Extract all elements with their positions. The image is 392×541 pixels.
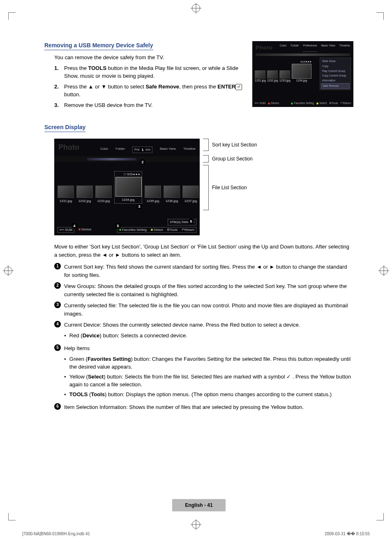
sub-bullet: Yellow (Select) button: Selects file fro… xyxy=(64,373,353,389)
circle-num-icon: 2 xyxy=(54,282,61,289)
step-3: 3. Remove the USB device from the TV. xyxy=(54,101,247,109)
section-heading-screen-display: Screen Display xyxy=(44,123,85,132)
label-group-list: Group List Section xyxy=(203,155,257,163)
circle-num-icon: 6 xyxy=(54,403,61,410)
tv-tab: Basic View xyxy=(321,44,335,52)
explain-item-6: 6Item Selection Information: Shows the n… xyxy=(54,403,353,411)
tv2-thumb: 1233.jpg xyxy=(95,186,112,204)
enter-icon: ⏎ xyxy=(235,84,242,91)
tv-screenshot-diagram: Photo Color Folder Preference Basic View… xyxy=(54,139,200,235)
tv-tab-selected: Preference xyxy=(303,44,317,52)
tv2-thumb: 1235.jpg xyxy=(145,186,161,204)
tv-thumb: 1231.jpg xyxy=(255,70,265,83)
circle-num-icon: 5 xyxy=(54,344,61,351)
explain-item-5: 5Help ItemsGreen (Favorites Setting) but… xyxy=(54,344,353,400)
explain-item-2: 2View Groups: Shows the detailed groups … xyxy=(54,282,353,298)
tv2-thumb: 1237.jpg xyxy=(182,186,199,204)
step-2: 2. Press the ▲ or ▼ button to select Saf… xyxy=(54,83,247,99)
page-number-bar: English - 41 xyxy=(172,499,226,511)
explain-item-3: 3Currently selected file: The selected f… xyxy=(54,302,353,318)
registration-mark-icon xyxy=(4,267,12,275)
print-footer-left: [7000-NA]BN68-01988H-Eng.indb 41 xyxy=(22,531,90,537)
step-1: 1. Press the TOOLS button in the Media P… xyxy=(54,64,247,80)
label-sort-key: Sort key List Section xyxy=(203,139,257,151)
callout-4: 4 xyxy=(71,223,77,229)
tv2-tab: Basic View xyxy=(160,146,176,153)
tv2-thumb: 1231.jpg xyxy=(58,186,74,204)
circle-num-icon: 4 xyxy=(54,321,61,327)
crop-mark xyxy=(8,12,16,20)
tv2-thumb: 1232.jpg xyxy=(76,186,93,204)
intro-text: You can remove the device safely from th… xyxy=(54,53,247,62)
tv-group-bar xyxy=(256,53,350,56)
tv-thumb: 1233.jpg xyxy=(279,70,290,83)
tv-tab: Color xyxy=(280,44,287,52)
tv-screenshot-small: Photo Color Folder Preference Basic View… xyxy=(252,41,353,107)
tv-tab: Folder xyxy=(291,44,299,52)
tv2-tab: Timeline xyxy=(183,146,196,153)
callout-6: 6 xyxy=(188,218,194,224)
tv2-photo-label: Photo xyxy=(58,142,79,153)
sub-bullet: TOOLS (Tools) button: Displays the optio… xyxy=(64,390,353,399)
explain-intro: Move to either 'Sort key List Section', … xyxy=(54,243,353,259)
callout-3: 3 xyxy=(136,204,142,209)
callout-1: 1 xyxy=(140,147,145,153)
print-footer-right: 2009-03-31 �� 8:10:55 xyxy=(325,531,370,537)
tv2-thumb-selected: ☐ 5/15★★★1234.jpg xyxy=(114,171,142,204)
tv2-thumb: 1236.jpg xyxy=(164,186,180,204)
tv-photo-label: Photo xyxy=(256,44,273,52)
crop-mark xyxy=(376,513,384,520)
sub-bullet: Red (Device) button: Selects a connected… xyxy=(64,332,353,340)
section-heading-usb: Removing a USB Memory Device Safely xyxy=(44,41,153,50)
registration-mark-icon xyxy=(192,4,200,12)
explain-item-1: 1Current Sort key: This field shows the … xyxy=(54,263,353,279)
label-file-list: File List Section xyxy=(203,165,257,210)
registration-mark-icon xyxy=(192,520,200,529)
tv2-tab: Folder xyxy=(115,146,125,153)
callout-2: 2 xyxy=(140,159,145,165)
registration-mark-icon xyxy=(380,267,388,275)
crop-mark xyxy=(8,513,16,520)
tv-context-menu: Slide Show Copy Play Current Group Copy … xyxy=(320,58,351,90)
explain-item-4: 4Current Device: Shows the currently sel… xyxy=(54,321,353,341)
tv-thumb-selected: 5/15★★★1234.jpg xyxy=(292,60,311,83)
callout-5: 5 xyxy=(115,223,121,229)
tv2-group-bar xyxy=(54,156,200,162)
tv-menu-safe-remove: Safe Remove xyxy=(321,83,350,89)
tv-thumb: 1232.jpg xyxy=(267,70,278,83)
crop-mark xyxy=(376,12,384,20)
tv-tab: Timeline xyxy=(339,44,350,52)
sub-bullet: Green (Favorites Setting) button: Change… xyxy=(64,355,353,371)
tv2-tab: Color xyxy=(100,146,108,153)
circle-num-icon: 3 xyxy=(54,302,61,308)
circle-num-icon: 1 xyxy=(54,263,61,269)
